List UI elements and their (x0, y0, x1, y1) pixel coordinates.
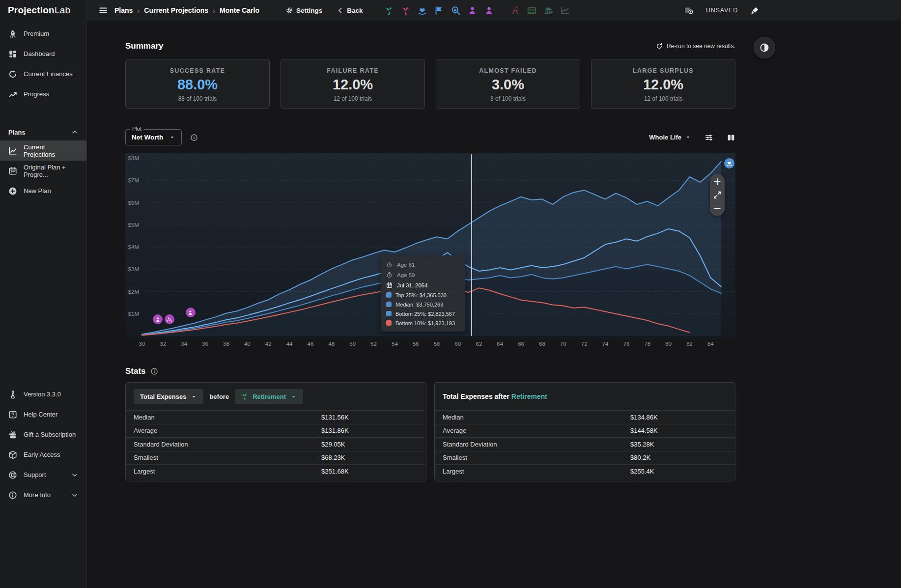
theme-toggle-button[interactable] (754, 37, 775, 58)
plot-info-icon[interactable] (190, 134, 198, 141)
after-title-prefix: Total Expenses after (443, 392, 511, 400)
milestone-marker[interactable] (165, 314, 174, 324)
home-search-icon[interactable] (451, 6, 460, 15)
area-chart-icon[interactable] (561, 6, 570, 15)
sidebar-item-label: Help Center (24, 411, 57, 418)
palm-tree-icon[interactable] (401, 6, 410, 15)
svg-text:32: 32 (160, 341, 167, 347)
brush-icon[interactable] (751, 6, 760, 15)
stats-info-icon[interactable] (150, 367, 158, 375)
sidebar-item-early-access[interactable]: Early Access (0, 445, 86, 465)
plot-select-value: Net Worth (132, 134, 163, 141)
table-row: Largest $255.4K (435, 464, 735, 478)
sidebar-item-premium[interactable]: Premium (0, 24, 86, 44)
breadcrumb-current-projections[interactable]: Current Projections (144, 6, 208, 14)
sidebar-item-more-info[interactable]: More Info (0, 485, 86, 505)
after-panel-title: Total Expenses after Retirement (443, 392, 547, 400)
sidebar-item-gift-subscription[interactable]: Gift a Subscription (0, 424, 86, 445)
help-icon (8, 410, 17, 419)
tooltip-legend-row: Median: $3,750,263 (386, 300, 460, 309)
back-button[interactable]: Back (337, 7, 363, 14)
app-logo[interactable]: ProjectionLab (0, 0, 86, 21)
tooltip-bottom25: Bottom 25%: $2,823,567 (395, 311, 455, 317)
svg-text:62: 62 (476, 341, 482, 347)
table-row: Average $131.86K (126, 424, 426, 438)
person-icon[interactable] (468, 6, 477, 15)
svg-text:$3M: $3M (128, 266, 139, 272)
svg-text:38: 38 (223, 341, 229, 347)
svg-text:44: 44 (286, 341, 293, 347)
bank-transfer-icon[interactable] (544, 6, 553, 15)
metric-select[interactable]: Total Expenses (134, 389, 203, 404)
event-select[interactable]: Retirement (235, 389, 303, 404)
settings-button[interactable]: Settings (286, 7, 322, 14)
rerun-label: Re-run to see new results. (667, 43, 735, 50)
plot-metric-select[interactable]: Plot Net Worth (125, 129, 182, 145)
dashboard-icon (8, 50, 17, 58)
sidebar-item-current-finances[interactable]: Current Finances (0, 64, 86, 84)
heart-hands-icon[interactable] (418, 6, 427, 15)
row-value: $35.28K (630, 441, 727, 448)
sidebar-item-original-plan[interactable]: Original Plan + Progre... (0, 161, 86, 181)
sidebar-item-current-projections[interactable]: Current Projections (0, 140, 86, 161)
sidebar-item-version[interactable]: Version 3.3.0 (0, 384, 86, 404)
row-value: $134.86K (630, 414, 727, 421)
success-rate-value: 88.0% (126, 77, 269, 93)
sidebar-item-new-plan[interactable]: New Plan (0, 181, 86, 201)
milestone-marker[interactable] (186, 308, 196, 317)
chevron-left-icon (337, 7, 343, 14)
flag-icon[interactable] (434, 6, 444, 15)
sidebar-item-dashboard[interactable]: Dashboard (0, 44, 86, 64)
sidebar-item-label: Support (24, 471, 46, 478)
row-label: Median (134, 414, 321, 421)
person-icon[interactable] (484, 6, 494, 15)
svg-text:$2M: $2M (128, 289, 139, 295)
chart-tooltip: Age 61 Age 59 Jul 31, 2054 Top 25%: $4,3… (381, 255, 465, 332)
breadcrumb-plans[interactable]: Plans (114, 6, 133, 14)
sidebar-item-progress[interactable]: Progress (0, 84, 86, 104)
sidebar-item-label: Version 3.3.0 (24, 391, 61, 398)
row-value: $131.86K (321, 427, 418, 434)
event-select-value: Retirement (253, 393, 286, 400)
palm-tree-icon[interactable] (384, 6, 394, 15)
refresh-icon (656, 43, 663, 50)
sidebar-item-help-center[interactable]: Help Center (0, 404, 86, 424)
time-range-select[interactable]: Whole Life (649, 134, 691, 141)
sidebar-item-label: Current Finances (24, 70, 73, 78)
svg-text:42: 42 (265, 341, 272, 347)
svg-text:52: 52 (370, 341, 377, 347)
success-rate-label: SUCCESS RATE (126, 67, 269, 74)
transactions-icon[interactable] (684, 6, 693, 15)
svg-text:64: 64 (497, 341, 503, 347)
tooltip-legend-row: Bottom 10%: $1,923,193 (386, 318, 460, 328)
rerun-button[interactable]: Re-run to see new results. (656, 43, 735, 50)
sidebar-section-plans[interactable]: Plans (0, 124, 86, 140)
svg-text:84: 84 (707, 341, 714, 347)
person-search-icon (167, 317, 172, 322)
large-surplus-sub: 12 of 100 trials (591, 95, 735, 102)
chart-settings-icon[interactable] (704, 133, 713, 142)
monte-carlo-chart[interactable]: $1M$2M$3M$4M$5M$6M$7M$8M3032343638404244… (125, 152, 735, 349)
row-value: $80.2K (630, 454, 727, 461)
sidebar-item-label: Original Plan + Progre... (24, 164, 78, 178)
table-row: Smallest $80.2K (435, 451, 735, 465)
menu-icon[interactable] (99, 6, 108, 15)
tooltip-top25: Top 25%: $4,365,030 (395, 292, 447, 298)
zoom-in-button[interactable] (713, 177, 722, 186)
svg-text:74: 74 (602, 341, 609, 347)
stats-title: Stats (125, 366, 146, 376)
table-row: Standard Deviation $35.28K (435, 437, 735, 451)
chevron-up-icon (71, 129, 78, 136)
table-row: Average $144.58K (435, 424, 735, 438)
svg-text:30: 30 (139, 341, 145, 347)
zoom-out-button[interactable] (713, 204, 722, 213)
zoom-reset-button[interactable] (713, 191, 722, 199)
running-icon[interactable] (510, 6, 520, 15)
sidebar-item-support[interactable]: Support (0, 465, 86, 485)
main-content: Summary Re-run to see new results. SUCCE… (87, 21, 901, 588)
id-card-icon[interactable] (527, 6, 536, 15)
chart-event-bubble[interactable] (724, 158, 734, 168)
gift-icon (8, 430, 17, 439)
sidebar-item-label: New Plan (24, 187, 51, 195)
chart-layout-icon[interactable] (727, 133, 735, 142)
